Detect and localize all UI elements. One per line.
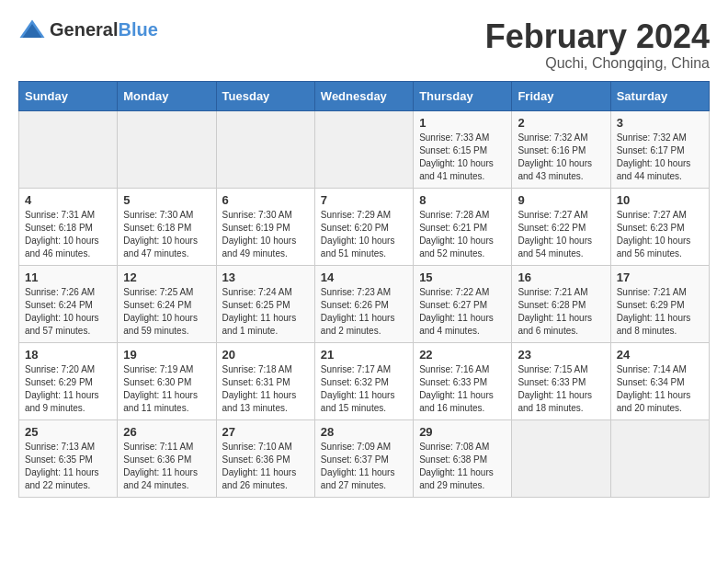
day-info: Sunrise: 7:31 AM Sunset: 6:18 PM Dayligh… xyxy=(25,209,111,260)
calendar-cell: 6Sunrise: 7:30 AM Sunset: 6:19 PM Daylig… xyxy=(216,188,314,265)
calendar-week-row: 11Sunrise: 7:26 AM Sunset: 6:24 PM Dayli… xyxy=(19,265,710,342)
day-info: Sunrise: 7:16 AM Sunset: 6:33 PM Dayligh… xyxy=(419,363,506,415)
day-info: Sunrise: 7:26 AM Sunset: 6:24 PM Dayligh… xyxy=(25,286,111,338)
day-number: 22 xyxy=(419,348,506,362)
day-info: Sunrise: 7:23 AM Sunset: 6:26 PM Dayligh… xyxy=(321,286,407,338)
day-number: 17 xyxy=(617,270,703,284)
day-info: Sunrise: 7:19 AM Sunset: 6:30 PM Dayligh… xyxy=(123,363,210,415)
calendar-cell: 1Sunrise: 7:33 AM Sunset: 6:15 PM Daylig… xyxy=(414,110,512,188)
day-info: Sunrise: 7:32 AM Sunset: 6:17 PM Dayligh… xyxy=(617,132,703,183)
calendar-cell xyxy=(19,110,118,188)
day-info: Sunrise: 7:25 AM Sunset: 6:24 PM Dayligh… xyxy=(123,286,210,338)
day-number: 10 xyxy=(617,193,703,207)
day-number: 26 xyxy=(123,425,210,439)
day-number: 18 xyxy=(25,348,111,362)
page-header: GeneralBlue February 2024 Quchi, Chongqi… xyxy=(18,18,710,72)
day-info: Sunrise: 7:17 AM Sunset: 6:32 PM Dayligh… xyxy=(321,363,407,415)
weekday-header: Friday xyxy=(512,81,610,110)
day-number: 28 xyxy=(321,425,407,439)
day-info: Sunrise: 7:18 AM Sunset: 6:31 PM Dayligh… xyxy=(222,363,309,415)
day-number: 6 xyxy=(222,193,309,207)
day-number: 27 xyxy=(222,425,309,439)
day-number: 9 xyxy=(518,193,604,207)
calendar-cell: 25Sunrise: 7:13 AM Sunset: 6:35 PM Dayli… xyxy=(19,419,118,497)
calendar-table: SundayMondayTuesdayWednesdayThursdayFrid… xyxy=(18,81,710,498)
calendar-cell: 7Sunrise: 7:29 AM Sunset: 6:20 PM Daylig… xyxy=(314,188,413,265)
day-number: 5 xyxy=(123,193,210,207)
calendar-cell: 15Sunrise: 7:22 AM Sunset: 6:27 PM Dayli… xyxy=(414,265,512,342)
calendar-cell: 12Sunrise: 7:25 AM Sunset: 6:24 PM Dayli… xyxy=(118,265,216,342)
day-number: 24 xyxy=(617,348,703,362)
day-info: Sunrise: 7:24 AM Sunset: 6:25 PM Dayligh… xyxy=(222,286,309,338)
day-number: 11 xyxy=(25,270,111,284)
day-number: 7 xyxy=(321,193,407,207)
calendar-cell xyxy=(512,419,610,497)
weekday-header: Saturday xyxy=(610,81,709,110)
calendar-cell: 29Sunrise: 7:08 AM Sunset: 6:38 PM Dayli… xyxy=(414,419,512,497)
calendar-cell: 10Sunrise: 7:27 AM Sunset: 6:23 PM Dayli… xyxy=(610,188,709,265)
calendar-week-row: 1Sunrise: 7:33 AM Sunset: 6:15 PM Daylig… xyxy=(19,110,710,188)
title-block: February 2024 Quchi, Chongqing, China xyxy=(485,18,710,72)
day-number: 13 xyxy=(222,270,309,284)
day-info: Sunrise: 7:27 AM Sunset: 6:23 PM Dayligh… xyxy=(617,209,703,260)
calendar-week-row: 25Sunrise: 7:13 AM Sunset: 6:35 PM Dayli… xyxy=(19,419,710,497)
day-number: 4 xyxy=(25,193,111,207)
day-info: Sunrise: 7:15 AM Sunset: 6:33 PM Dayligh… xyxy=(518,363,604,415)
day-info: Sunrise: 7:30 AM Sunset: 6:19 PM Dayligh… xyxy=(222,209,309,260)
calendar-cell: 21Sunrise: 7:17 AM Sunset: 6:32 PM Dayli… xyxy=(314,342,413,419)
logo-text-general: General xyxy=(50,19,118,40)
calendar-cell: 20Sunrise: 7:18 AM Sunset: 6:31 PM Dayli… xyxy=(216,342,314,419)
calendar-cell: 8Sunrise: 7:28 AM Sunset: 6:21 PM Daylig… xyxy=(414,188,512,265)
day-number: 8 xyxy=(419,193,506,207)
calendar-cell: 5Sunrise: 7:30 AM Sunset: 6:18 PM Daylig… xyxy=(118,188,216,265)
calendar-cell: 26Sunrise: 7:11 AM Sunset: 6:36 PM Dayli… xyxy=(118,419,216,497)
calendar-cell: 14Sunrise: 7:23 AM Sunset: 6:26 PM Dayli… xyxy=(314,265,413,342)
day-number: 21 xyxy=(321,348,407,362)
calendar-cell: 4Sunrise: 7:31 AM Sunset: 6:18 PM Daylig… xyxy=(19,188,118,265)
logo-icon xyxy=(18,18,46,40)
day-info: Sunrise: 7:29 AM Sunset: 6:20 PM Dayligh… xyxy=(321,209,407,260)
calendar-cell: 22Sunrise: 7:16 AM Sunset: 6:33 PM Dayli… xyxy=(414,342,512,419)
day-info: Sunrise: 7:13 AM Sunset: 6:35 PM Dayligh… xyxy=(25,441,111,492)
weekday-header: Thursday xyxy=(414,81,512,110)
calendar-cell: 13Sunrise: 7:24 AM Sunset: 6:25 PM Dayli… xyxy=(216,265,314,342)
calendar-week-row: 18Sunrise: 7:20 AM Sunset: 6:29 PM Dayli… xyxy=(19,342,710,419)
day-number: 25 xyxy=(25,425,111,439)
day-info: Sunrise: 7:21 AM Sunset: 6:28 PM Dayligh… xyxy=(518,286,604,338)
calendar-cell: 28Sunrise: 7:09 AM Sunset: 6:37 PM Dayli… xyxy=(314,419,413,497)
day-number: 19 xyxy=(123,348,210,362)
calendar-cell: 18Sunrise: 7:20 AM Sunset: 6:29 PM Dayli… xyxy=(19,342,118,419)
logo-text-blue: Blue xyxy=(118,19,157,40)
calendar-cell: 27Sunrise: 7:10 AM Sunset: 6:36 PM Dayli… xyxy=(216,419,314,497)
calendar-cell xyxy=(118,110,216,188)
day-number: 16 xyxy=(518,270,604,284)
calendar-cell: 19Sunrise: 7:19 AM Sunset: 6:30 PM Dayli… xyxy=(118,342,216,419)
day-info: Sunrise: 7:28 AM Sunset: 6:21 PM Dayligh… xyxy=(419,209,506,260)
day-info: Sunrise: 7:14 AM Sunset: 6:34 PM Dayligh… xyxy=(617,363,703,415)
day-info: Sunrise: 7:30 AM Sunset: 6:18 PM Dayligh… xyxy=(123,209,210,260)
day-info: Sunrise: 7:10 AM Sunset: 6:36 PM Dayligh… xyxy=(222,441,309,492)
day-info: Sunrise: 7:27 AM Sunset: 6:22 PM Dayligh… xyxy=(518,209,604,260)
calendar-cell: 23Sunrise: 7:15 AM Sunset: 6:33 PM Dayli… xyxy=(512,342,610,419)
calendar-cell: 16Sunrise: 7:21 AM Sunset: 6:28 PM Dayli… xyxy=(512,265,610,342)
calendar-cell xyxy=(610,419,709,497)
day-number: 3 xyxy=(617,116,703,130)
day-info: Sunrise: 7:09 AM Sunset: 6:37 PM Dayligh… xyxy=(321,441,407,492)
day-info: Sunrise: 7:20 AM Sunset: 6:29 PM Dayligh… xyxy=(25,363,111,415)
calendar-week-row: 4Sunrise: 7:31 AM Sunset: 6:18 PM Daylig… xyxy=(19,188,710,265)
day-info: Sunrise: 7:08 AM Sunset: 6:38 PM Dayligh… xyxy=(419,441,506,492)
calendar-cell: 2Sunrise: 7:32 AM Sunset: 6:16 PM Daylig… xyxy=(512,110,610,188)
day-number: 23 xyxy=(518,348,604,362)
day-info: Sunrise: 7:22 AM Sunset: 6:27 PM Dayligh… xyxy=(419,286,506,338)
calendar-cell: 9Sunrise: 7:27 AM Sunset: 6:22 PM Daylig… xyxy=(512,188,610,265)
logo: GeneralBlue xyxy=(18,18,158,40)
calendar-cell xyxy=(314,110,413,188)
day-number: 14 xyxy=(321,270,407,284)
calendar-cell: 24Sunrise: 7:14 AM Sunset: 6:34 PM Dayli… xyxy=(610,342,709,419)
month-year-title: February 2024 xyxy=(485,18,710,55)
location-subtitle: Quchi, Chongqing, China xyxy=(485,55,710,72)
day-number: 29 xyxy=(419,425,506,439)
calendar-cell: 11Sunrise: 7:26 AM Sunset: 6:24 PM Dayli… xyxy=(19,265,118,342)
day-info: Sunrise: 7:32 AM Sunset: 6:16 PM Dayligh… xyxy=(518,132,604,183)
day-number: 12 xyxy=(123,270,210,284)
